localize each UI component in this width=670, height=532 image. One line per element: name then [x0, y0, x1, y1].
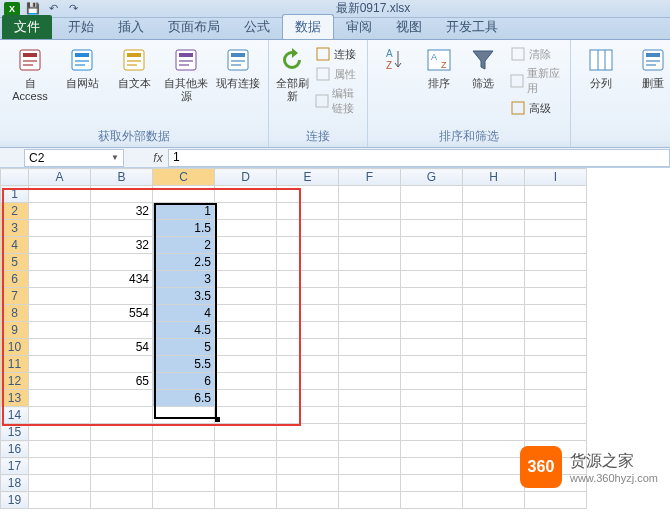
select-all-corner[interactable]	[1, 169, 29, 186]
cell[interactable]	[339, 373, 401, 390]
row-header[interactable]: 9	[1, 322, 29, 339]
cell[interactable]	[91, 441, 153, 458]
cell[interactable]	[153, 424, 215, 441]
cell[interactable]: 4	[153, 305, 215, 322]
cell[interactable]	[525, 203, 587, 220]
redo-icon[interactable]: ↷	[66, 2, 80, 16]
cell[interactable]	[339, 186, 401, 203]
cell[interactable]	[339, 458, 401, 475]
column-header[interactable]: G	[401, 169, 463, 186]
ribbon-button-sort[interactable]: AZ排序	[419, 43, 460, 90]
tab-数据[interactable]: 数据	[282, 14, 334, 39]
cell[interactable]	[339, 288, 401, 305]
cell[interactable]	[525, 237, 587, 254]
cell[interactable]	[401, 220, 463, 237]
row-header[interactable]: 6	[1, 271, 29, 288]
cell[interactable]	[215, 441, 277, 458]
ribbon-button-cols[interactable]: 分列	[577, 43, 625, 90]
undo-icon[interactable]: ↶	[46, 2, 60, 16]
tab-视图[interactable]: 视图	[384, 15, 434, 39]
cell[interactable]	[401, 288, 463, 305]
cell[interactable]	[525, 254, 587, 271]
save-icon[interactable]: 💾	[26, 2, 40, 16]
ribbon-button-existing[interactable]: 现有连接	[214, 43, 262, 90]
cell[interactable]: 5	[153, 339, 215, 356]
cell[interactable]	[401, 475, 463, 492]
cell[interactable]	[29, 271, 91, 288]
cell[interactable]	[525, 288, 587, 305]
cell[interactable]	[463, 271, 525, 288]
cell[interactable]: 2	[153, 237, 215, 254]
cell[interactable]	[277, 407, 339, 424]
ribbon-button-text[interactable]: 自文本	[110, 43, 158, 90]
column-header[interactable]: C	[153, 169, 215, 186]
tab-审阅[interactable]: 审阅	[334, 15, 384, 39]
cell[interactable]	[463, 220, 525, 237]
tab-file[interactable]: 文件	[2, 15, 52, 39]
tab-插入[interactable]: 插入	[106, 15, 156, 39]
row-header[interactable]: 8	[1, 305, 29, 322]
cell[interactable]	[91, 356, 153, 373]
row-header[interactable]: 7	[1, 288, 29, 305]
cell[interactable]: 3	[153, 271, 215, 288]
cell[interactable]	[463, 237, 525, 254]
cell[interactable]	[463, 441, 525, 458]
cell[interactable]	[153, 475, 215, 492]
cell[interactable]	[401, 237, 463, 254]
tab-公式[interactable]: 公式	[232, 15, 282, 39]
cell[interactable]	[339, 254, 401, 271]
cell[interactable]	[277, 271, 339, 288]
tab-页面布局[interactable]: 页面布局	[156, 15, 232, 39]
cell[interactable]	[339, 424, 401, 441]
cell[interactable]	[401, 424, 463, 441]
cell[interactable]	[91, 458, 153, 475]
cell[interactable]	[29, 305, 91, 322]
cell[interactable]: 4.5	[153, 322, 215, 339]
cell[interactable]	[277, 424, 339, 441]
cell[interactable]: 1	[153, 203, 215, 220]
cell[interactable]	[277, 373, 339, 390]
cell[interactable]: 434	[91, 271, 153, 288]
cell[interactable]	[215, 203, 277, 220]
cell[interactable]	[401, 305, 463, 322]
cell[interactable]	[29, 458, 91, 475]
cell[interactable]	[277, 475, 339, 492]
name-box[interactable]: C2 ▼	[24, 149, 124, 167]
ribbon-button-web[interactable]: 自网站	[58, 43, 106, 90]
row-header[interactable]: 1	[1, 186, 29, 203]
cell[interactable]	[401, 492, 463, 509]
cell[interactable]	[91, 475, 153, 492]
cell[interactable]	[91, 390, 153, 407]
column-header[interactable]: E	[277, 169, 339, 186]
cell[interactable]	[339, 356, 401, 373]
cell[interactable]	[215, 288, 277, 305]
ribbon-item-adv[interactable]: 高级	[508, 99, 565, 117]
cell[interactable]	[339, 271, 401, 288]
cell[interactable]	[401, 339, 463, 356]
row-header[interactable]: 11	[1, 356, 29, 373]
cell[interactable]	[463, 373, 525, 390]
cell[interactable]	[525, 322, 587, 339]
cell[interactable]	[463, 339, 525, 356]
cell[interactable]	[215, 475, 277, 492]
cell[interactable]	[525, 271, 587, 288]
cell[interactable]	[525, 305, 587, 322]
cell[interactable]	[215, 237, 277, 254]
column-header[interactable]: I	[525, 169, 587, 186]
cell[interactable]	[277, 237, 339, 254]
cell[interactable]	[463, 458, 525, 475]
cell[interactable]	[91, 220, 153, 237]
cell[interactable]	[339, 237, 401, 254]
cell[interactable]	[277, 305, 339, 322]
cell[interactable]: 6	[153, 373, 215, 390]
cell[interactable]	[29, 475, 91, 492]
cell[interactable]	[339, 492, 401, 509]
cell[interactable]	[463, 390, 525, 407]
cell[interactable]	[91, 424, 153, 441]
ribbon-button-az[interactable]: AZ	[374, 43, 415, 77]
cell[interactable]	[339, 339, 401, 356]
cell[interactable]: 32	[91, 203, 153, 220]
cell[interactable]	[153, 186, 215, 203]
formula-input[interactable]: 1	[168, 149, 670, 167]
ribbon-button-access[interactable]: 自 Access	[6, 43, 54, 103]
